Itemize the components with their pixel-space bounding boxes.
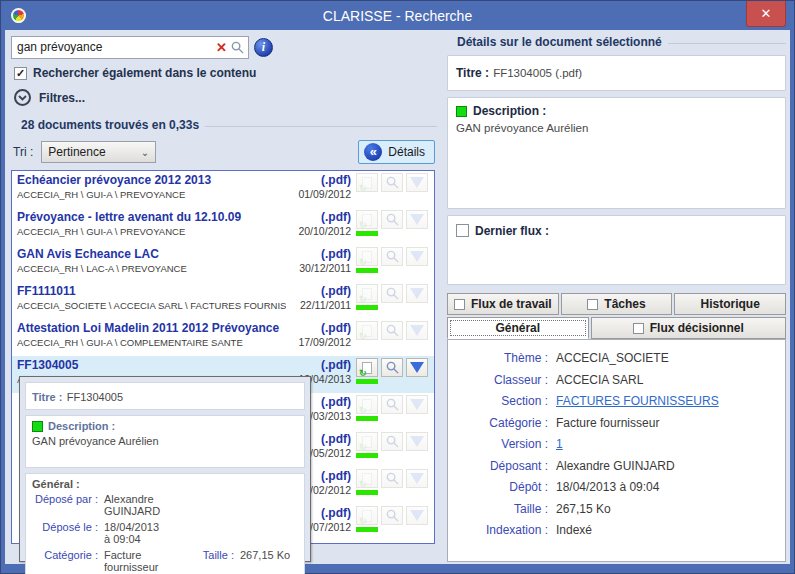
- tab-checkbox[interactable]: [633, 323, 644, 334]
- indexed-indicator: [356, 305, 378, 310]
- preview-document-button[interactable]: [356, 506, 378, 525]
- app-window: CLARISSE - Recherche ✕ ✕ i: [0, 0, 795, 574]
- search-row: ✕ i: [11, 35, 437, 59]
- sort-value: Pertinence: [48, 145, 105, 159]
- last-flow-box: Dernier flux :: [447, 215, 786, 285]
- preview-document-button[interactable]: [356, 395, 378, 414]
- chevron-down-icon[interactable]: [14, 89, 31, 106]
- download-document-button[interactable]: [406, 210, 428, 229]
- preview-document-button[interactable]: [356, 247, 378, 266]
- field-version: Version :1: [454, 434, 779, 456]
- zoom-document-button[interactable]: [381, 321, 403, 340]
- zoom-document-button[interactable]: [381, 395, 403, 414]
- download-document-button[interactable]: [406, 284, 428, 303]
- checkbox-checked-icon[interactable]: ✓: [14, 67, 27, 80]
- zoom-document-button[interactable]: [381, 173, 403, 192]
- document-title-box: Titre : FF1304005 (.pdf): [447, 55, 786, 91]
- zoom-document-button[interactable]: [381, 432, 403, 451]
- download-document-button[interactable]: [406, 506, 428, 525]
- field-classeur: Classeur :ACCECIA SARL: [454, 370, 779, 392]
- close-button[interactable]: ✕: [746, 1, 786, 27]
- result-row[interactable]: Attestation Loi Madelin 2011 2012 Prévoy…: [12, 319, 434, 356]
- document-description-box: Description : GAN prévoyance Aurélien: [447, 97, 786, 209]
- sort-label: Tri :: [13, 145, 33, 159]
- tab-flux-de-travail[interactable]: Flux de travail: [447, 293, 559, 315]
- tab-general[interactable]: Général: [447, 317, 589, 339]
- indexed-indicator: [356, 527, 378, 532]
- content-search-label: Rechercher également dans le contenu: [33, 66, 256, 80]
- tabs-row-1: Flux de travail Tâches Historique: [447, 293, 786, 315]
- indexed-indicator: [356, 231, 378, 236]
- clear-search-icon[interactable]: ✕: [213, 40, 230, 55]
- document-tooltip: Titre : FF1304005 Description : GAN prév…: [19, 376, 311, 562]
- sort-select[interactable]: Pertinence ⌄: [41, 141, 156, 163]
- filters-label: Filtres...: [39, 91, 85, 105]
- tooltip-general-grid: Déposé par :Alexandre GUINJARD Déposé le…: [32, 493, 298, 574]
- zoom-document-button[interactable]: [381, 247, 403, 266]
- indexed-indicator: [356, 453, 378, 458]
- results-group-caption: 28 documents trouvés en 0,33s: [11, 118, 437, 132]
- result-row[interactable]: Echéancier prévoyance 2012 2013ACCECIA_R…: [12, 171, 434, 208]
- filters-expander[interactable]: Filtres...: [14, 89, 437, 106]
- field-theme: Thème :ACCECIA_SOCIETE: [454, 348, 779, 370]
- tabs-row-2: Général Flux décisionnel: [447, 317, 786, 339]
- download-document-button[interactable]: [406, 395, 428, 414]
- indexed-indicator: [356, 416, 378, 421]
- preview-document-button[interactable]: [356, 321, 378, 340]
- search-input[interactable]: [17, 40, 213, 54]
- result-row[interactable]: FF1111011ACCECIA_SOCIETE \ ACCECIA SARL …: [12, 282, 434, 319]
- download-document-button[interactable]: [406, 469, 428, 488]
- green-status-icon: [32, 421, 43, 432]
- info-button[interactable]: i: [254, 38, 273, 57]
- zoom-document-button[interactable]: [381, 358, 403, 377]
- preview-document-button[interactable]: [356, 432, 378, 451]
- tab-taches[interactable]: Tâches: [561, 293, 673, 315]
- content-search-checkbox[interactable]: ✓ Rechercher également dans le contenu: [14, 66, 437, 80]
- version-link[interactable]: 1: [556, 434, 563, 456]
- zoom-document-button[interactable]: [381, 284, 403, 303]
- download-document-button[interactable]: [406, 247, 428, 266]
- search-results-pane: ✕ i ✓ Rechercher également dans le conte…: [11, 35, 437, 562]
- search-input-wrap: ✕: [11, 36, 249, 59]
- field-indexation: Indexation :Indexé: [454, 520, 779, 542]
- field-depot: Dépôt :18/04/2013 à 09:04: [454, 477, 779, 499]
- field-taille: Taille :267,15 Ko: [454, 499, 779, 521]
- field-categorie: Catégorie :Facture fournisseur: [454, 413, 779, 435]
- window-content: ✕ i ✓ Rechercher également dans le conte…: [5, 30, 790, 564]
- indexed-indicator: [356, 268, 378, 273]
- details-pane-caption: Détails sur le document sélectionné: [447, 35, 786, 49]
- preview-document-button[interactable]: [356, 210, 378, 229]
- download-document-button[interactable]: [406, 173, 428, 192]
- title-bar: CLARISSE - Recherche ✕: [5, 1, 790, 30]
- green-status-icon: [456, 106, 467, 117]
- details-button-label: Détails: [388, 145, 425, 159]
- field-deposant: Déposant :Alexandre GUINJARD: [454, 456, 779, 478]
- window-title: CLARISSE - Recherche: [5, 8, 790, 24]
- zoom-document-button[interactable]: [381, 506, 403, 525]
- last-flow-checkbox[interactable]: [456, 224, 469, 237]
- result-row[interactable]: GAN Avis Echeance LACACCECIA_RH \ LAC-A …: [12, 245, 434, 282]
- zoom-document-button[interactable]: [381, 469, 403, 488]
- document-details-pane: Détails sur le document sélectionné Titr…: [447, 35, 786, 562]
- preview-document-button[interactable]: [356, 358, 378, 377]
- download-document-button[interactable]: [406, 321, 428, 340]
- tab-flux-decisionnel[interactable]: Flux décisionnel: [591, 317, 786, 339]
- tab-checkbox[interactable]: [454, 299, 465, 310]
- preview-document-button[interactable]: [356, 173, 378, 192]
- download-document-button[interactable]: [406, 358, 428, 377]
- results-summary: 28 documents trouvés en 0,33s: [11, 118, 199, 132]
- result-row[interactable]: Prévoyance - lettre avenant du 12.10.09A…: [12, 208, 434, 245]
- download-document-button[interactable]: [406, 432, 428, 451]
- tooltip-general-box: Général : Déposé par :Alexandre GUINJARD…: [25, 473, 305, 574]
- zoom-document-button[interactable]: [381, 210, 403, 229]
- preview-document-button[interactable]: [356, 284, 378, 303]
- details-toggle-button[interactable]: « Détails: [358, 140, 435, 164]
- indexed-indicator: [356, 490, 378, 495]
- sort-row: Tri : Pertinence ⌄ « Détails: [13, 140, 437, 164]
- tab-historique[interactable]: Historique: [674, 293, 786, 315]
- search-icon[interactable]: [230, 40, 245, 55]
- tab-checkbox[interactable]: [587, 299, 598, 310]
- section-link[interactable]: FACTURES FOURNISSEURS: [556, 391, 719, 413]
- window-frame: CLARISSE - Recherche ✕ ✕ i: [1, 1, 794, 573]
- preview-document-button[interactable]: [356, 469, 378, 488]
